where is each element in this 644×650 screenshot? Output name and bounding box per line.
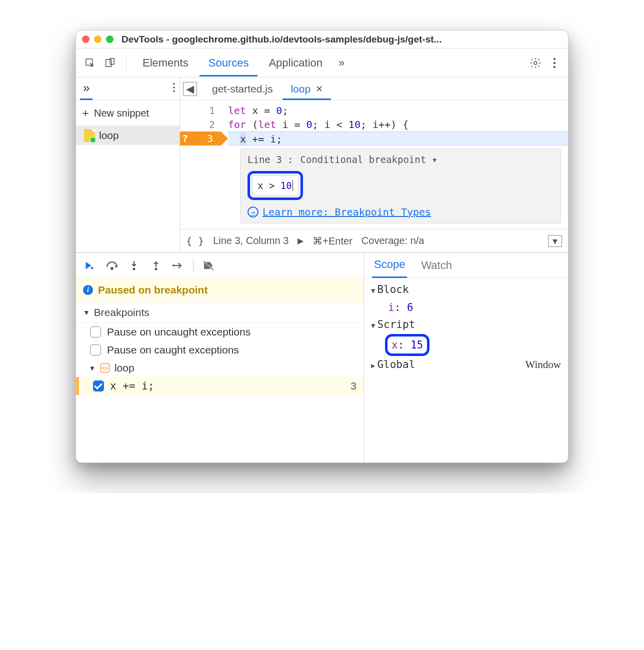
- step-icon[interactable]: [171, 258, 185, 272]
- devtools-window: DevTools - googlechrome.github.io/devtoo…: [76, 30, 568, 463]
- editor-pane: ◀ get-started.js loop ✕ 1 2 ?3 4 let x =…: [180, 78, 568, 252]
- line-number[interactable]: 2: [180, 118, 215, 132]
- device-toolbar-icon[interactable]: [101, 54, 119, 72]
- line-gutter[interactable]: 1 2 ?3 4: [180, 100, 221, 229]
- navigator-kebab-icon[interactable]: [172, 82, 176, 95]
- scope-var-x: x: 15: [392, 339, 423, 351]
- more-tabs-icon[interactable]: »: [334, 56, 350, 70]
- window-title: DevTools - googlechrome.github.io/devtoo…: [122, 34, 442, 45]
- resume-icon[interactable]: ▸: [83, 258, 97, 272]
- svg-point-10: [111, 268, 113, 270]
- editor-tab-loop[interactable]: loop ✕: [282, 78, 331, 100]
- highlight-ring: x: 15: [385, 334, 430, 356]
- window-controls: [82, 36, 114, 43]
- debugger-left: ▸ i Paused on breakpoint ▼Breakpoints Pa…: [76, 253, 364, 462]
- arrow-circle-icon: →: [248, 206, 258, 218]
- scope-block[interactable]: ▼Block: [371, 281, 561, 299]
- debugger-controls: ▸: [76, 253, 364, 278]
- editor-tabs: ◀ get-started.js loop ✕: [180, 78, 568, 100]
- editor-statusbar: { } Line 3, Column 3 ▶ ⌘+Enter Coverage:…: [180, 229, 568, 252]
- conditional-breakpoint-popover: Line 3 : Conditional breakpoint ▾ x > 10…: [240, 148, 561, 224]
- inspect-element-icon[interactable]: [81, 54, 99, 72]
- statusbar-dropdown-icon[interactable]: ▾: [548, 235, 562, 247]
- breakpoint-marker[interactable]: ?3: [180, 132, 221, 146]
- navigator-pane: » ＋ New snippet loop: [76, 78, 180, 252]
- debugger-panel: ▸ i Paused on breakpoint ▼Breakpoints Pa…: [76, 252, 568, 462]
- sources-panel: » ＋ New snippet loop ◀ get-started.js lo…: [76, 78, 568, 252]
- svg-point-8: [173, 86, 175, 88]
- checkbox[interactable]: [90, 326, 101, 338]
- svg-point-13: [172, 264, 174, 266]
- kebab-menu-icon[interactable]: [546, 54, 563, 72]
- run-snippet-icon[interactable]: ▶: [298, 236, 304, 246]
- scope-var-i: i: 6: [371, 299, 561, 316]
- svg-point-5: [554, 62, 556, 64]
- condition-input[interactable]: x > 10: [252, 176, 298, 196]
- cursor-position: Line 3, Column 3: [213, 235, 288, 246]
- new-snippet-label: New snippet: [94, 108, 149, 119]
- step-over-icon[interactable]: [105, 258, 119, 272]
- svg-point-11: [133, 268, 136, 270]
- learn-more-link[interactable]: → Learn more: Breakpoint Types: [248, 206, 554, 218]
- pause-caught-checkbox-row[interactable]: Pause on caught exceptions: [76, 341, 364, 359]
- svg-point-12: [155, 268, 158, 270]
- tab-elements[interactable]: Elements: [134, 50, 198, 76]
- tab-sources[interactable]: Sources: [200, 50, 258, 76]
- close-tab-icon[interactable]: ✕: [316, 84, 323, 94]
- code-content[interactable]: let x = 0; for (let i = 0; i < 10; i++) …: [221, 100, 568, 229]
- snippet-file-icon: [84, 129, 95, 142]
- settings-icon[interactable]: [527, 54, 544, 72]
- run-shortcut: ⌘+Enter: [312, 235, 352, 247]
- step-into-icon[interactable]: [127, 258, 141, 272]
- tab-application[interactable]: Application: [260, 50, 332, 76]
- deactivate-breakpoints-icon[interactable]: [202, 258, 216, 272]
- close-window-button[interactable]: [82, 36, 90, 43]
- svg-point-9: [173, 90, 175, 92]
- svg-point-7: [173, 83, 175, 85]
- new-snippet-button[interactable]: ＋ New snippet: [76, 100, 180, 126]
- line-number[interactable]: 1: [180, 104, 215, 118]
- step-out-icon[interactable]: [149, 258, 163, 272]
- scope-global[interactable]: ▶GlobalWindow: [371, 356, 561, 374]
- editor-tab-get-started[interactable]: get-started.js: [204, 78, 280, 100]
- minimize-window-button[interactable]: [94, 36, 102, 43]
- scope-script[interactable]: ▼Script: [371, 316, 561, 334]
- svg-point-4: [554, 58, 556, 60]
- checkbox[interactable]: [90, 344, 101, 356]
- file-label: loop: [99, 130, 119, 142]
- svg-rect-1: [106, 59, 112, 66]
- breakpoint-entry[interactable]: x += i; 3: [76, 377, 364, 395]
- bp-type-dropdown[interactable]: Conditional breakpoint ▾: [300, 154, 438, 165]
- tab-scope[interactable]: Scope: [372, 252, 407, 278]
- navigate-back-icon[interactable]: ◀: [183, 82, 197, 96]
- condition-highlight: x > 10: [248, 171, 303, 200]
- scope-list: ▼Block i: 6 ▼Script x: 15 ▶GlobalWindow: [364, 278, 568, 377]
- main-toolbar: Elements Sources Application »: [76, 48, 568, 78]
- file-tree-item-loop[interactable]: loop: [76, 126, 180, 145]
- pause-message: i Paused on breakpoint: [76, 278, 364, 302]
- coverage-label: Coverage: n/a: [362, 235, 424, 246]
- zoom-window-button[interactable]: [106, 36, 114, 43]
- debugger-right: Scope Watch ▼Block i: 6 ▼Script x: 15 ▶G…: [364, 253, 568, 462]
- svg-point-3: [534, 62, 537, 64]
- snippet-icon: <>: [100, 364, 110, 372]
- pause-uncaught-checkbox-row[interactable]: Pause on uncaught exceptions: [76, 323, 364, 341]
- breakpoints-section-header[interactable]: ▼Breakpoints: [76, 302, 364, 323]
- checkbox-checked[interactable]: [93, 380, 104, 392]
- titlebar: DevTools - googlechrome.github.io/devtoo…: [76, 30, 568, 48]
- svg-point-6: [554, 66, 556, 68]
- breakpoint-group-loop[interactable]: ▼ <> loop: [76, 359, 364, 377]
- tab-watch[interactable]: Watch: [419, 254, 454, 278]
- navigator-more-icon[interactable]: »: [80, 78, 92, 100]
- scope-tabs: Scope Watch: [364, 253, 568, 278]
- code-editor[interactable]: 1 2 ?3 4 let x = 0; for (let i = 0; i < …: [180, 100, 568, 229]
- pretty-print-icon[interactable]: { }: [186, 235, 204, 247]
- info-icon: i: [83, 285, 93, 295]
- bp-line-label: Line 3 :: [248, 154, 294, 165]
